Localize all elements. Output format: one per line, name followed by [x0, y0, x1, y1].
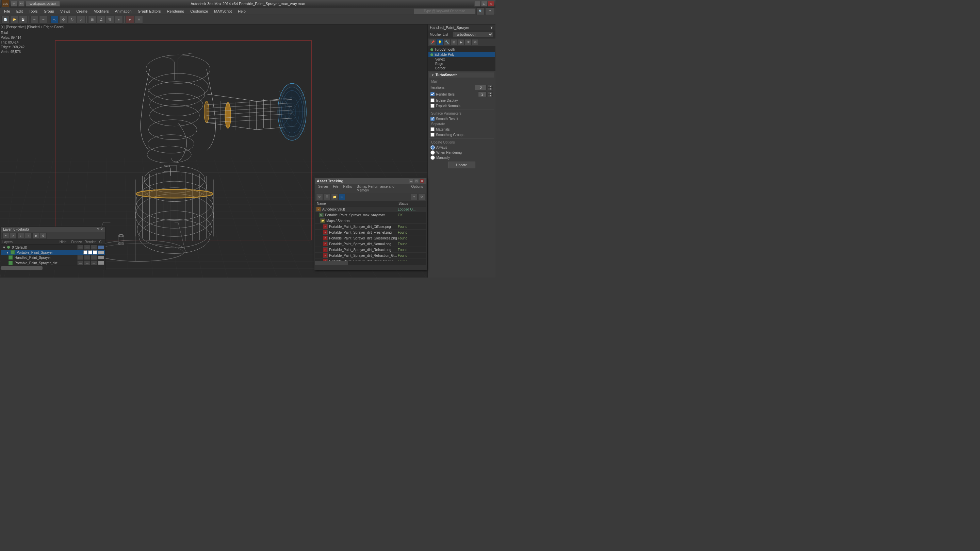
layer-freeze-dirt[interactable]: — — [84, 260, 90, 265]
render-iters-down[interactable]: ▼ — [488, 94, 493, 97]
search-btn[interactable]: 🔍 — [476, 8, 485, 15]
render-setup-btn[interactable]: ⚙ — [135, 16, 143, 24]
layer-row-portable[interactable]: ▼ Portable_Paint_Sprayer — [1, 250, 105, 255]
layer-row-dirt[interactable]: Portable_Paint_Sprayer_dirt — — — — [1, 260, 105, 266]
asset-row-maxfile[interactable]: M Portable_Paint_Sprayer_max_vray.max OK — [315, 212, 426, 218]
sub-item-edge[interactable]: Edge — [428, 62, 495, 66]
close-btn[interactable]: ✕ — [488, 1, 494, 6]
menu-views[interactable]: Views — [57, 8, 73, 14]
smoothing-groups-cb[interactable] — [430, 133, 434, 137]
menu-group[interactable]: Group — [41, 8, 57, 14]
layer-row-0[interactable]: ▼ 0 (default) — — — — [1, 245, 105, 250]
menu-modifiers[interactable]: Modifiers — [91, 8, 111, 14]
hierarchy-icon-btn[interactable]: ⊞ — [450, 39, 457, 45]
asset-row-glossiness[interactable]: P Portable_Paint_Sprayer_dirt_Glossiness… — [315, 235, 426, 241]
manually-radio[interactable] — [430, 156, 435, 160]
search-input[interactable] — [414, 8, 475, 14]
layer-color-dirt[interactable] — [98, 261, 104, 265]
redo-scene-btn[interactable]: ↪ — [39, 16, 47, 24]
render-iters-cb[interactable] — [430, 92, 434, 96]
scale-btn[interactable]: ⤢ — [77, 16, 85, 24]
when-rendering-radio[interactable] — [430, 150, 435, 155]
asset-refresh-btn[interactable]: ↻ — [316, 194, 323, 200]
layer-props-btn[interactable]: ⚙ — [40, 233, 47, 239]
iterations-input[interactable] — [475, 85, 487, 90]
asset-folder-btn[interactable]: 📁 — [331, 194, 338, 200]
asset-row-maps[interactable]: 📁 Maps / Shaders — [315, 218, 426, 224]
layer-render-dirt[interactable]: — — [91, 260, 97, 265]
asset-row-normal[interactable]: P Portable_Paint_Sprayer_dirt_Normal.png… — [315, 241, 426, 247]
layer-scrollbar[interactable] — [1, 266, 105, 270]
layer-freeze-0[interactable]: — — [84, 245, 90, 250]
redo-btn[interactable]: ↪ — [18, 1, 24, 6]
layer-hide-dirt[interactable]: — — [77, 260, 83, 265]
update-button[interactable]: Update — [448, 162, 476, 168]
asset-list-btn[interactable]: ☰ — [324, 194, 331, 200]
asset-restore-btn[interactable]: □ — [414, 179, 419, 183]
layer-select-btn[interactable]: ↑ — [25, 233, 32, 239]
render-iters-input[interactable] — [478, 92, 487, 97]
asset-menu-file[interactable]: File — [331, 184, 340, 192]
rotate-btn[interactable]: ↻ — [68, 16, 76, 24]
asset-settings-btn[interactable]: ⚙ — [418, 194, 425, 200]
angle-snap-btn[interactable]: ∠ — [97, 16, 105, 24]
layer-hide-handled[interactable]: — — [77, 255, 83, 260]
asset-row-refract[interactable]: P Portable_Paint_Sprayer_dirt_Refract.pn… — [315, 247, 426, 253]
menu-customize[interactable]: Customize — [188, 8, 211, 14]
isoline-cb[interactable] — [430, 98, 434, 102]
asset-menu-server[interactable]: Server — [316, 184, 330, 192]
materials-cb[interactable] — [430, 127, 434, 131]
asset-row-vault[interactable]: V Autodesk Vault Logged O... — [315, 206, 426, 212]
undo-scene-btn[interactable]: ↩ — [30, 16, 38, 24]
modifier-dropdown[interactable]: TurboSmooth — [453, 32, 493, 37]
move-btn[interactable]: ✛ — [59, 16, 67, 24]
always-radio[interactable] — [430, 145, 435, 150]
pin-icon-btn[interactable]: 📌 — [429, 39, 436, 45]
layer-help-btn[interactable]: ? — [97, 227, 99, 231]
menu-file[interactable]: File — [2, 8, 13, 14]
iterations-up[interactable]: ▲ — [488, 85, 493, 87]
asset-row-specular[interactable]: P Portable_Paint_Sprayer_dirt_Specular.p… — [315, 259, 426, 261]
collapse-btn[interactable]: ▼ — [431, 73, 434, 77]
asset-help-btn[interactable]: ? — [411, 194, 417, 200]
menu-maxscript[interactable]: MAXScript — [211, 8, 234, 14]
percent-snap-btn[interactable]: % — [106, 16, 114, 24]
layer-highlight-btn[interactable]: ◆ — [32, 233, 39, 239]
asset-menu-bitmap[interactable]: Bitmap Performance and Memory — [355, 184, 408, 192]
save-btn[interactable]: 💾 — [19, 16, 27, 24]
app-icon[interactable]: 3ds — [2, 0, 10, 8]
menu-help[interactable]: Help — [235, 8, 248, 14]
layer-color-portable[interactable] — [98, 251, 104, 254]
explicit-normals-cb[interactable] — [430, 104, 434, 108]
sub-item-border[interactable]: Border — [428, 66, 495, 70]
minimize-btn[interactable]: — — [474, 1, 480, 6]
asset-row-refraction-gloss[interactable]: P Portable_Paint_Sprayer_dirt_Refraction… — [315, 253, 426, 259]
new-scene-btn[interactable]: 📄 — [2, 16, 10, 24]
asset-grid-btn[interactable]: ⊞ — [339, 194, 345, 200]
layer-hide-0[interactable]: — — [77, 245, 83, 250]
menu-tools[interactable]: Tools — [26, 8, 40, 14]
asset-menu-options[interactable]: Options — [409, 184, 425, 192]
render-btn[interactable]: ▶ — [126, 16, 134, 24]
iterations-down[interactable]: ▼ — [488, 87, 493, 90]
undo-btn[interactable]: ↩ — [11, 1, 17, 6]
modifier-turbosmooth[interactable]: TurboSmooth — [428, 47, 495, 52]
lamp-icon-btn[interactable]: 💡 — [436, 39, 443, 45]
modifier-icon-btn[interactable]: 🔧 — [443, 39, 450, 45]
workspace-dropdown[interactable]: Workspace: Default — [26, 1, 60, 6]
open-btn[interactable]: 📂 — [10, 16, 18, 24]
smooth-result-cb[interactable] — [430, 117, 434, 121]
help-search-btn[interactable]: ? — [486, 8, 494, 15]
select-btn[interactable]: ↖ — [50, 16, 59, 24]
layer-render-0[interactable]: — — [91, 245, 97, 250]
menu-rendering[interactable]: Rendering — [164, 8, 187, 14]
utilities-icon-btn[interactable]: ⚙ — [472, 39, 479, 45]
layer-color-handled[interactable] — [98, 256, 104, 259]
layer-row-handled[interactable]: Handled_Paint_Sprayer — — — — [1, 255, 105, 260]
display-icon-btn[interactable]: 👁 — [465, 39, 472, 45]
layer-scrollbar-thumb[interactable] — [1, 266, 43, 270]
layer-hide-portable[interactable] — [83, 250, 88, 254]
menu-animation[interactable]: Animation — [112, 8, 134, 14]
motion-icon-btn[interactable]: ▶ — [458, 39, 465, 45]
layer-render-handled[interactable]: — — [91, 255, 97, 260]
